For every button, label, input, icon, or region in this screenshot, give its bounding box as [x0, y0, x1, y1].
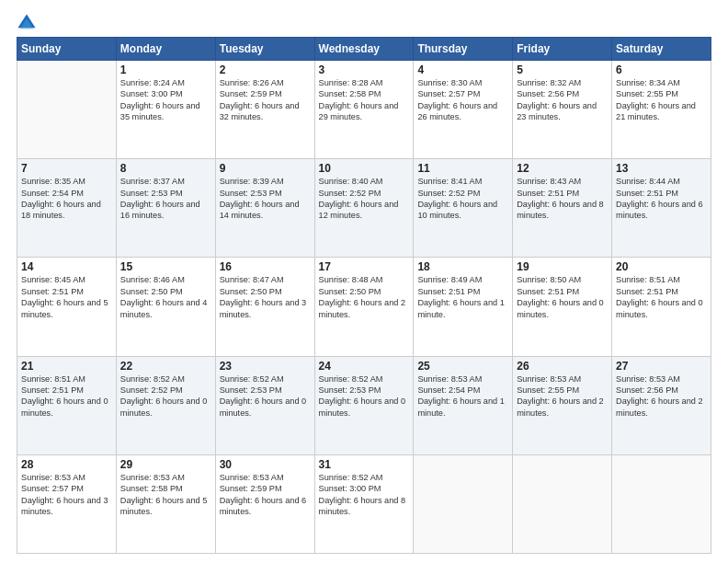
calendar-cell: 8Sunrise: 8:37 AMSunset: 2:53 PMDaylight…: [116, 159, 215, 258]
cell-info: Sunrise: 8:39 AMSunset: 2:53 PMDaylight:…: [220, 176, 311, 222]
col-header-wednesday: Wednesday: [314, 38, 414, 61]
day-number: 15: [120, 260, 211, 273]
calendar-cell: 16Sunrise: 8:47 AMSunset: 2:50 PMDayligh…: [215, 258, 314, 356]
cell-info: Sunrise: 8:48 AMSunset: 2:50 PMDaylight:…: [319, 274, 410, 320]
col-header-friday: Friday: [513, 38, 612, 61]
week-row-1: 1Sunrise: 8:24 AMSunset: 3:00 PMDaylight…: [17, 61, 711, 159]
cell-info: Sunrise: 8:53 AMSunset: 2:59 PMDaylight:…: [220, 472, 311, 518]
day-number: 16: [220, 260, 311, 273]
cell-info: Sunrise: 8:34 AMSunset: 2:55 PMDaylight:…: [616, 77, 707, 123]
cell-info: Sunrise: 8:44 AMSunset: 2:51 PMDaylight:…: [616, 176, 707, 222]
day-number: 17: [319, 260, 410, 273]
calendar-cell: 5Sunrise: 8:32 AMSunset: 2:56 PMDaylight…: [513, 61, 612, 159]
calendar-cell: 21Sunrise: 8:51 AMSunset: 2:51 PMDayligh…: [17, 356, 117, 454]
day-number: 21: [21, 360, 112, 373]
col-header-tuesday: Tuesday: [215, 38, 314, 61]
cell-info: Sunrise: 8:32 AMSunset: 2:56 PMDaylight:…: [517, 77, 608, 123]
calendar-cell: 13Sunrise: 8:44 AMSunset: 2:51 PMDayligh…: [612, 159, 711, 258]
calendar-cell: 31Sunrise: 8:52 AMSunset: 3:00 PMDayligh…: [314, 454, 414, 553]
cell-info: Sunrise: 8:49 AMSunset: 2:51 PMDaylight:…: [417, 274, 508, 320]
day-number: 4: [417, 63, 508, 76]
day-number: 19: [517, 260, 608, 273]
cell-info: Sunrise: 8:52 AMSunset: 2:53 PMDaylight:…: [319, 373, 410, 419]
day-number: 2: [220, 63, 311, 76]
col-header-thursday: Thursday: [414, 38, 513, 61]
cell-info: Sunrise: 8:46 AMSunset: 2:50 PMDaylight:…: [120, 274, 211, 320]
day-number: 10: [319, 162, 410, 175]
calendar-cell: 25Sunrise: 8:53 AMSunset: 2:54 PMDayligh…: [414, 356, 513, 454]
cell-info: Sunrise: 8:30 AMSunset: 2:57 PMDaylight:…: [417, 77, 508, 123]
header: [17, 9, 711, 33]
cell-info: Sunrise: 8:37 AMSunset: 2:53 PMDaylight:…: [120, 176, 211, 222]
week-row-5: 28Sunrise: 8:53 AMSunset: 2:57 PMDayligh…: [17, 454, 711, 553]
day-number: 30: [220, 458, 311, 471]
day-number: 5: [517, 63, 608, 76]
calendar-cell: 11Sunrise: 8:41 AMSunset: 2:52 PMDayligh…: [414, 159, 513, 258]
col-header-monday: Monday: [116, 38, 215, 61]
calendar-table: SundayMondayTuesdayWednesdayThursdayFrid…: [17, 37, 711, 554]
calendar-cell: 15Sunrise: 8:46 AMSunset: 2:50 PMDayligh…: [116, 258, 215, 356]
calendar-cell: 19Sunrise: 8:50 AMSunset: 2:51 PMDayligh…: [513, 258, 612, 356]
calendar-cell: [612, 454, 711, 553]
calendar-cell: 24Sunrise: 8:52 AMSunset: 2:53 PMDayligh…: [314, 356, 414, 454]
calendar-cell: 17Sunrise: 8:48 AMSunset: 2:50 PMDayligh…: [314, 258, 414, 356]
day-number: 22: [120, 360, 211, 373]
day-number: 20: [616, 260, 707, 273]
calendar-cell: 28Sunrise: 8:53 AMSunset: 2:57 PMDayligh…: [17, 454, 117, 553]
cell-info: Sunrise: 8:26 AMSunset: 2:59 PMDaylight:…: [220, 77, 311, 123]
calendar-cell: 26Sunrise: 8:53 AMSunset: 2:55 PMDayligh…: [513, 356, 612, 454]
calendar-cell: 6Sunrise: 8:34 AMSunset: 2:55 PMDaylight…: [612, 61, 711, 159]
calendar-cell: [414, 454, 513, 553]
day-number: 18: [417, 260, 508, 273]
day-number: 24: [319, 360, 410, 373]
day-number: 8: [120, 162, 211, 175]
cell-info: Sunrise: 8:53 AMSunset: 2:54 PMDaylight:…: [417, 373, 508, 419]
day-number: 12: [517, 162, 608, 175]
calendar-cell: 3Sunrise: 8:28 AMSunset: 2:58 PMDaylight…: [314, 61, 414, 159]
week-row-4: 21Sunrise: 8:51 AMSunset: 2:51 PMDayligh…: [17, 356, 711, 454]
cell-info: Sunrise: 8:50 AMSunset: 2:51 PMDaylight:…: [517, 274, 608, 320]
col-header-sunday: Sunday: [17, 38, 117, 61]
week-row-3: 14Sunrise: 8:45 AMSunset: 2:51 PMDayligh…: [17, 258, 711, 356]
logo-icon: [17, 13, 37, 33]
cell-info: Sunrise: 8:47 AMSunset: 2:50 PMDaylight:…: [220, 274, 311, 320]
calendar-cell: 9Sunrise: 8:39 AMSunset: 2:53 PMDaylight…: [215, 159, 314, 258]
day-number: 11: [417, 162, 508, 175]
day-number: 7: [21, 162, 112, 175]
day-number: 31: [319, 458, 410, 471]
cell-info: Sunrise: 8:51 AMSunset: 2:51 PMDaylight:…: [21, 373, 112, 419]
calendar-cell: 20Sunrise: 8:51 AMSunset: 2:51 PMDayligh…: [612, 258, 711, 356]
calendar-cell: 2Sunrise: 8:26 AMSunset: 2:59 PMDaylight…: [215, 61, 314, 159]
day-number: 9: [220, 162, 311, 175]
calendar-cell: [513, 454, 612, 553]
calendar-cell: 1Sunrise: 8:24 AMSunset: 3:00 PMDaylight…: [116, 61, 215, 159]
day-number: 28: [21, 458, 112, 471]
calendar-cell: [17, 61, 117, 159]
cell-info: Sunrise: 8:24 AMSunset: 3:00 PMDaylight:…: [120, 77, 211, 123]
calendar-cell: 12Sunrise: 8:43 AMSunset: 2:51 PMDayligh…: [513, 159, 612, 258]
cell-info: Sunrise: 8:53 AMSunset: 2:56 PMDaylight:…: [616, 373, 707, 419]
calendar-cell: 18Sunrise: 8:49 AMSunset: 2:51 PMDayligh…: [414, 258, 513, 356]
cell-info: Sunrise: 8:28 AMSunset: 2:58 PMDaylight:…: [319, 77, 410, 123]
calendar-cell: 23Sunrise: 8:52 AMSunset: 2:53 PMDayligh…: [215, 356, 314, 454]
day-number: 14: [21, 260, 112, 273]
cell-info: Sunrise: 8:51 AMSunset: 2:51 PMDaylight:…: [616, 274, 707, 320]
day-number: 1: [120, 63, 211, 76]
week-row-2: 7Sunrise: 8:35 AMSunset: 2:54 PMDaylight…: [17, 159, 711, 258]
cell-info: Sunrise: 8:52 AMSunset: 2:53 PMDaylight:…: [220, 373, 311, 419]
day-number: 6: [616, 63, 707, 76]
calendar-cell: 4Sunrise: 8:30 AMSunset: 2:57 PMDaylight…: [414, 61, 513, 159]
cell-info: Sunrise: 8:52 AMSunset: 2:52 PMDaylight:…: [120, 373, 211, 419]
cell-info: Sunrise: 8:35 AMSunset: 2:54 PMDaylight:…: [21, 176, 112, 222]
logo: [17, 13, 40, 33]
day-number: 25: [417, 360, 508, 373]
calendar-cell: 22Sunrise: 8:52 AMSunset: 2:52 PMDayligh…: [116, 356, 215, 454]
cell-info: Sunrise: 8:40 AMSunset: 2:52 PMDaylight:…: [319, 176, 410, 222]
cell-info: Sunrise: 8:43 AMSunset: 2:51 PMDaylight:…: [517, 176, 608, 222]
day-number: 3: [319, 63, 410, 76]
day-number: 13: [616, 162, 707, 175]
calendar-cell: 30Sunrise: 8:53 AMSunset: 2:59 PMDayligh…: [215, 454, 314, 553]
cell-info: Sunrise: 8:53 AMSunset: 2:57 PMDaylight:…: [21, 472, 112, 518]
page: SundayMondayTuesdayWednesdayThursdayFrid…: [0, 0, 728, 563]
cell-info: Sunrise: 8:53 AMSunset: 2:55 PMDaylight:…: [517, 373, 608, 419]
